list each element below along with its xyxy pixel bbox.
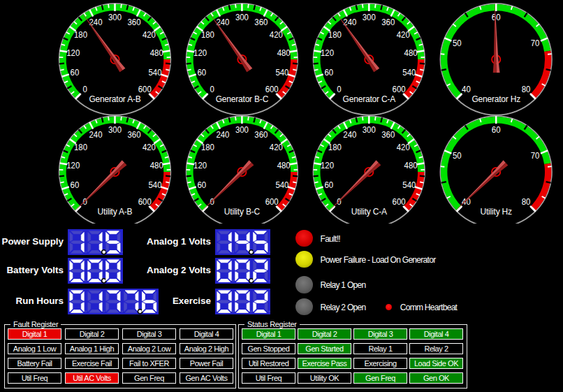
svg-text:Utility B-C: Utility B-C [224,207,261,217]
svg-text:240: 240 [216,129,229,140]
svg-text:300: 300 [235,12,249,22]
svg-text:300: 300 [108,124,122,135]
svg-text:120: 120 [321,160,334,170]
svg-text:120: 120 [66,160,80,170]
svg-text:70: 70 [531,150,540,161]
svg-text:60: 60 [198,67,207,78]
svg-text:420: 420 [142,29,156,40]
svg-text:420: 420 [270,142,283,152]
svg-text:540: 540 [149,67,162,78]
svg-text:300: 300 [108,12,122,22]
svg-text:70: 70 [531,38,540,48]
svg-text:120: 120 [193,160,207,170]
svg-text:360: 360 [381,129,395,140]
svg-text:360: 360 [381,17,395,27]
svg-text:600: 600 [265,84,279,94]
svg-text:180: 180 [201,29,214,40]
svg-text:120: 120 [66,48,80,58]
svg-text:360: 360 [127,17,140,27]
svg-text:480: 480 [404,48,418,58]
svg-text:540: 540 [149,180,162,190]
svg-text:180: 180 [74,29,87,40]
svg-text:420: 420 [397,142,410,152]
svg-text:600: 600 [393,196,406,207]
svg-text:50: 50 [453,150,462,161]
svg-text:480: 480 [150,160,163,170]
svg-text:480: 480 [150,48,163,58]
svg-text:0: 0 [337,84,341,94]
svg-text:480: 480 [277,160,291,170]
svg-text:Generator C-A: Generator C-A [343,94,396,104]
svg-text:300: 300 [363,124,376,135]
svg-text:0: 0 [210,84,214,94]
svg-text:60: 60 [71,67,80,78]
svg-text:600: 600 [393,84,406,94]
svg-text:300: 300 [235,124,249,135]
svg-text:540: 540 [275,67,288,78]
svg-text:Generator B-C: Generator B-C [216,94,269,104]
svg-text:420: 420 [270,29,283,40]
svg-text:Generator A-B: Generator A-B [89,94,140,104]
svg-text:60: 60 [324,67,333,78]
svg-text:Utility C-A: Utility C-A [351,207,387,217]
svg-text:60: 60 [71,180,80,190]
svg-text:600: 600 [265,196,279,207]
svg-text:240: 240 [89,129,103,140]
svg-text:60: 60 [492,124,501,135]
svg-text:360: 360 [127,129,140,140]
svg-text:60: 60 [492,12,501,22]
svg-text:120: 120 [193,48,207,58]
svg-text:Utility A-B: Utility A-B [98,207,133,217]
svg-text:50: 50 [453,38,462,48]
svg-text:360: 360 [254,17,268,27]
svg-text:60: 60 [198,180,207,190]
svg-text:540: 540 [275,180,288,190]
svg-text:Generator Hz: Generator Hz [471,94,520,104]
svg-text:540: 540 [402,180,416,190]
svg-text:420: 420 [142,142,156,152]
svg-text:180: 180 [74,142,87,152]
svg-text:180: 180 [328,142,342,152]
svg-text:300: 300 [363,12,376,22]
svg-text:360: 360 [254,129,268,140]
svg-text:40: 40 [462,84,471,94]
svg-text:120: 120 [321,48,334,58]
svg-text:Utility Hz: Utility Hz [481,207,513,217]
svg-text:420: 420 [397,29,410,40]
svg-text:0: 0 [83,84,87,94]
svg-text:80: 80 [522,84,531,94]
svg-text:480: 480 [404,160,418,170]
svg-text:240: 240 [343,129,356,140]
svg-text:540: 540 [402,67,416,78]
svg-text:600: 600 [138,84,152,94]
svg-text:180: 180 [201,142,214,152]
svg-text:60: 60 [324,180,333,190]
svg-text:480: 480 [277,48,291,58]
svg-text:600: 600 [138,196,152,207]
svg-text:180: 180 [328,29,342,40]
svg-text:80: 80 [522,196,531,207]
